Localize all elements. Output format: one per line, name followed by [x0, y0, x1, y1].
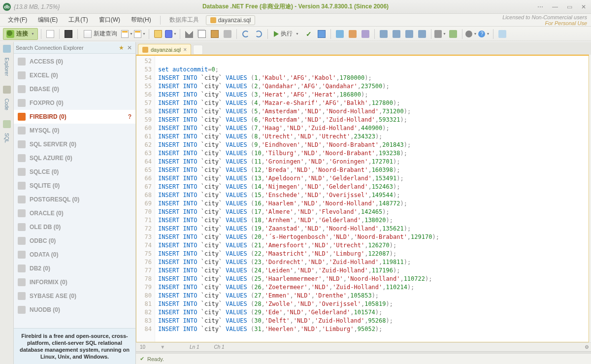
code-tab-icon[interactable]: [3, 86, 11, 94]
tool-a-button[interactable]: [334, 28, 346, 40]
menubar: 文件(F) 编辑(E) 工具(T) 窗口(W) 帮助(H) 数据库工具 daya…: [0, 14, 591, 27]
connection-item[interactable]: POSTGRESQL (0): [14, 193, 135, 206]
copy-icon: [198, 30, 206, 38]
connection-item[interactable]: DB2 (0): [14, 262, 135, 275]
undo-button[interactable]: [240, 28, 252, 40]
help-marker[interactable]: ?: [128, 113, 131, 120]
chevron-down-icon: ▼: [31, 32, 34, 35]
code-content[interactable]: set autocommit=0; INSERT INTO `city` VAL…: [155, 56, 589, 342]
menu-help[interactable]: 帮助(H): [127, 14, 155, 26]
panel-toggle-button[interactable]: [496, 28, 508, 40]
sql-file-icon: [210, 17, 216, 23]
maximize-button[interactable]: ▭: [565, 2, 574, 11]
connection-item[interactable]: EXCEL (0): [14, 68, 135, 82]
close-button[interactable]: ✕: [579, 2, 588, 11]
print-button[interactable]: ▼: [434, 28, 446, 40]
connection-item[interactable]: OLE DB (0): [14, 220, 135, 234]
db-icon: [18, 58, 26, 66]
open-file-tab[interactable]: dayanzai.sql: [206, 15, 256, 25]
connection-item[interactable]: INFORMIX (0): [14, 275, 135, 289]
connection-label: ORACLE (0): [30, 210, 64, 217]
connection-item[interactable]: SYBASE ASE (0): [14, 289, 135, 303]
help-button[interactable]: ?▼: [478, 28, 490, 40]
script-button[interactable]: ▼: [121, 28, 133, 40]
connection-label: POSTGRESQL (0): [30, 196, 79, 203]
menu-edit[interactable]: 编辑(E): [34, 14, 62, 26]
save-button[interactable]: ▼: [165, 28, 177, 40]
connection-item[interactable]: NUODB (0): [14, 303, 135, 317]
connection-list[interactable]: ACCESS (0)EXCEL (0)DBASE (0)FOXPRO (0)FI…: [14, 54, 135, 328]
indent-left-button[interactable]: [378, 28, 390, 40]
connection-item[interactable]: ODATA (0): [14, 248, 135, 262]
zoom-level[interactable]: 10: [140, 344, 145, 350]
explorer-tab-icon[interactable]: [3, 45, 11, 53]
connection-item[interactable]: SQL AZURE (0): [14, 151, 135, 165]
indent-right-button[interactable]: [391, 28, 402, 40]
execute-button[interactable]: 执行▼: [271, 28, 302, 40]
tool-b-button[interactable]: [347, 28, 359, 40]
separator: [180, 29, 180, 39]
code-editor[interactable]: 52 53 54 55 56 57 58 59 60 61 62 63 64 6…: [136, 55, 589, 342]
explorer-tab[interactable]: Explorer: [4, 56, 9, 78]
validate-button[interactable]: ✓: [303, 28, 315, 40]
tool-c-button[interactable]: [360, 28, 371, 40]
connection-label: INFORMIX (0): [30, 279, 67, 286]
db-icon: [18, 71, 26, 79]
connection-label: ODATA (0): [30, 251, 58, 258]
comment-icon: [405, 30, 413, 38]
connection-item[interactable]: ACCESS (0): [14, 55, 135, 68]
plug-icon: [6, 30, 14, 38]
minimize-button[interactable]: —: [550, 2, 560, 11]
connection-label: ACCESS (0): [30, 58, 63, 65]
new-query-button[interactable]: 新建查询: [81, 28, 120, 40]
drop-icon[interactable]: ⋯: [535, 2, 545, 11]
sql-tab[interactable]: SQL: [4, 131, 9, 145]
toolbar: 连接 ▼ 新建查询 ▼ ▼ ▼ 执行▼ ✓ ▼ ▼ ?▼: [0, 27, 591, 41]
darkmode-button[interactable]: [63, 28, 74, 40]
separator: [374, 29, 375, 39]
copy-button[interactable]: [196, 28, 208, 40]
delete-button[interactable]: [222, 28, 233, 40]
open-button[interactable]: [152, 28, 164, 40]
license-label: Licensed to Non-Commercial users For Per…: [502, 14, 587, 26]
new-tab-button[interactable]: [193, 45, 203, 55]
connection-item[interactable]: DBASE (0): [14, 82, 135, 96]
results-grid-button[interactable]: [316, 28, 328, 40]
menu-file[interactable]: 文件(F): [4, 14, 31, 26]
menu-tools[interactable]: 工具(T): [65, 14, 92, 26]
connection-item[interactable]: FIREBIRD (0)?: [14, 110, 135, 124]
editor-tab[interactable]: dayanzai.sql ×: [138, 44, 191, 55]
connection-item[interactable]: MYSQL (0): [14, 124, 135, 137]
refresh-button[interactable]: [44, 28, 56, 40]
connection-item[interactable]: ORACLE (0): [14, 206, 135, 220]
export-icon: [449, 30, 457, 38]
connection-item[interactable]: SQL SERVER (0): [14, 137, 135, 151]
connect-button[interactable]: 连接 ▼: [3, 28, 38, 40]
footer-gear-icon[interactable]: ⚙: [585, 344, 589, 350]
connection-label: SYBASE ASE (0): [30, 293, 76, 299]
app-icon: db: [3, 3, 11, 11]
connection-item[interactable]: ODBC (0): [14, 234, 135, 248]
close-tab-icon[interactable]: ×: [183, 46, 187, 53]
db-icon: [18, 182, 26, 190]
table-button[interactable]: ▼: [134, 28, 146, 40]
export-button[interactable]: [447, 28, 459, 40]
connection-item[interactable]: SQLITE (0): [14, 179, 135, 193]
uncomment-button[interactable]: [416, 28, 428, 40]
separator: [431, 29, 431, 39]
pin-icon[interactable]: ★: [117, 44, 126, 51]
connection-item[interactable]: SQLCE (0): [14, 165, 135, 179]
settings-button[interactable]: ▼: [465, 28, 477, 40]
connection-item[interactable]: FOXPRO (0): [14, 96, 135, 110]
connection-label: OLE DB (0): [30, 224, 61, 231]
menu-window[interactable]: 窗口(W): [95, 14, 124, 26]
menu-database-tools[interactable]: 数据库工具: [165, 14, 203, 26]
paste-button[interactable]: [209, 28, 221, 40]
close-panel-icon[interactable]: ✕: [126, 44, 133, 51]
explorer-search-input[interactable]: [16, 45, 117, 51]
comment-button[interactable]: [403, 28, 415, 40]
redo-button[interactable]: [253, 28, 264, 40]
sql-tab-icon[interactable]: [3, 120, 11, 128]
cut-button[interactable]: [183, 28, 195, 40]
code-tab[interactable]: Code: [4, 97, 9, 112]
